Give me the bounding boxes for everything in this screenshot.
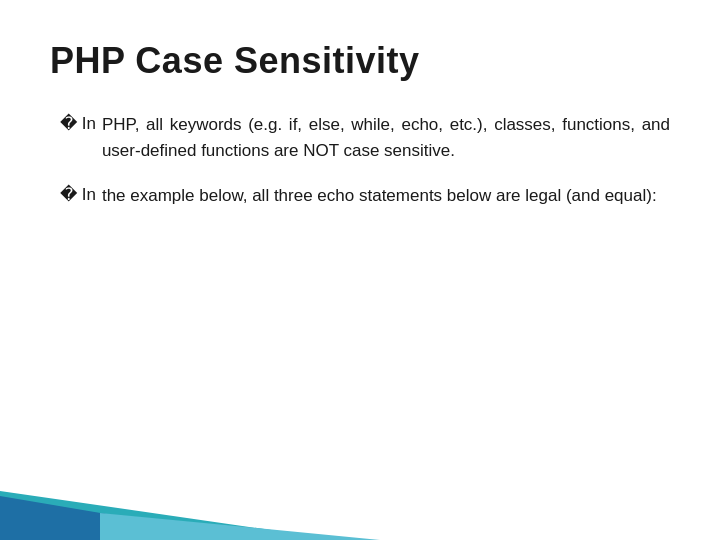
bullet-marker-1: � In [60, 113, 96, 134]
bullet-text-2: the example below, all three echo statem… [102, 183, 657, 209]
wave-light-blue [100, 495, 380, 540]
bottom-decoration [0, 470, 720, 540]
content-area: � In PHP, all keywords (e.g. if, else, w… [50, 112, 670, 209]
bullet-item-2: � In the example below, all three echo s… [60, 183, 670, 209]
slide-container: PHP Case Sensitivity � In PHP, all keywo… [0, 0, 720, 540]
slide-title: PHP Case Sensitivity [50, 40, 670, 82]
bullet-text-1: PHP, all keywords (e.g. if, else, while,… [102, 112, 670, 165]
bullet-marker-2: � In [60, 184, 96, 205]
bullet-item-1: � In PHP, all keywords (e.g. if, else, w… [60, 112, 670, 165]
